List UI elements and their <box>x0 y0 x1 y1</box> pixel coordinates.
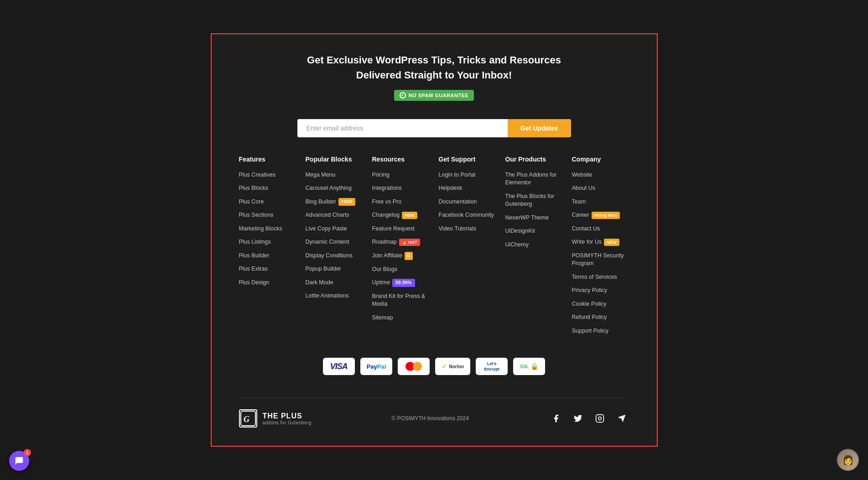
plus-sections-link[interactable]: Plus Sections <box>239 211 274 219</box>
hiring-badge: Hiring Now <box>592 212 620 219</box>
list-item: About Us <box>572 183 629 193</box>
col-heading-company: Company <box>572 156 629 163</box>
terms-link[interactable]: Terms of Services <box>572 273 617 282</box>
mastercard-badge <box>398 358 430 375</box>
live-copy-paste-link[interactable]: Live Copy Paste <box>306 225 347 233</box>
mega-menu-link[interactable]: Mega Menu <box>306 171 336 179</box>
free-badge: FREE <box>338 198 355 206</box>
helpdesk-link[interactable]: Helpdesk <box>439 184 463 193</box>
sitemap-link[interactable]: Sitemap <box>372 314 393 322</box>
list-item: Display Conditions <box>306 251 363 260</box>
list-item: Pricing <box>372 170 430 179</box>
free-vs-pro-link[interactable]: Free vs Pro <box>372 198 402 206</box>
our-blogs-link[interactable]: Our Blogs <box>372 266 398 274</box>
marketing-blocks-link[interactable]: Marketing Blocks <box>239 225 282 233</box>
lottie-animations-link[interactable]: Lottie Animations <box>306 292 349 300</box>
svg-rect-2 <box>596 415 604 423</box>
list-item: Carousel Anything <box>306 183 363 193</box>
plus-creatives-link[interactable]: Plus Creatives <box>239 171 276 179</box>
brand-kit-link[interactable]: Brand Kit for Press & Media <box>372 292 430 308</box>
about-us-link[interactable]: About Us <box>572 184 595 193</box>
contact-us-link[interactable]: Contact Us <box>572 225 600 233</box>
team-link[interactable]: Team <box>572 198 586 206</box>
email-input[interactable] <box>297 119 508 137</box>
list-item: Roadmap 🔥 HOT <box>372 237 430 246</box>
payment-section: VISA PayPal ✓ Norton Let's Encrypt SSL 🔒 <box>239 358 629 375</box>
list-item: Popup Builder <box>306 264 363 273</box>
privacy-policy-link[interactable]: Privacy Policy <box>572 287 608 295</box>
carousel-anything-link[interactable]: Carousel Anything <box>306 184 352 193</box>
career-link[interactable]: Career Hiring Now <box>572 211 620 219</box>
list-item: Login to Portal <box>439 170 496 179</box>
list-item: Dynamic Content <box>306 237 363 246</box>
plus-blocks-gutenberg-link[interactable]: The Plus Blocks for Gutenberg <box>505 193 563 209</box>
list-item: Changelog NEW <box>372 210 430 219</box>
get-support-list: Login to Portal Helpdesk Documentation F… <box>439 170 496 233</box>
brand-text: THE PLUS addons for Gutenberg <box>263 412 312 426</box>
uptime-badge: 99.99% <box>392 279 415 287</box>
uptime-link[interactable]: Uptime 99.99% <box>372 279 415 287</box>
nexerwp-theme-link[interactable]: NexerWP Theme <box>505 214 549 222</box>
documentation-link[interactable]: Documentation <box>439 198 477 206</box>
plus-core-link[interactable]: Plus Core <box>239 198 264 206</box>
outer-wrapper: Get Exclusive WordPress Tips, Tricks and… <box>0 0 868 480</box>
ssl-badge: SSL 🔒 <box>513 358 545 375</box>
get-updates-button[interactable]: Get Updates <box>508 119 571 137</box>
posimyth-security-link[interactable]: POSIMYTH Security Program <box>572 252 629 268</box>
list-item: Live Copy Paste <box>306 224 363 233</box>
uichemy-link[interactable]: UiChemy <box>505 241 529 249</box>
chat-widget[interactable]: 1 <box>9 451 29 471</box>
plus-blocks-link[interactable]: Plus Blocks <box>239 184 269 193</box>
plus-listings-link[interactable]: Plus Listings <box>239 238 271 246</box>
list-item: Join Affiliate G <box>372 251 430 260</box>
footer-bottom: G THE PLUS addons for Gutenberg © POSIMY… <box>239 398 629 428</box>
support-policy-link[interactable]: Support Policy <box>572 327 609 335</box>
plus-addons-elementor-link[interactable]: The Plus Addons for Elementor <box>505 171 563 187</box>
col-heading-features: Features <box>239 156 296 163</box>
list-item: Plus Extras <box>239 264 296 273</box>
popup-builder-link[interactable]: Popup Builder <box>306 265 342 273</box>
popular-blocks-list: Mega Menu Carousel Anything Blog Builder… <box>306 170 363 300</box>
pricing-link[interactable]: Pricing <box>372 171 390 179</box>
social-links <box>549 411 629 426</box>
list-item: Free vs Pro <box>372 197 430 206</box>
changelog-link[interactable]: Changelog NEW <box>372 211 417 219</box>
list-item: Refund Policy <box>572 313 629 322</box>
features-list: Plus Creatives Plus Blocks Plus Core Plu… <box>239 170 296 287</box>
plus-extras-link[interactable]: Plus Extras <box>239 265 268 273</box>
roadmap-link[interactable]: Roadmap 🔥 HOT <box>372 238 420 246</box>
integrations-link[interactable]: Integrations <box>372 184 402 193</box>
company-list: Website About Us Team Career Hiring Now … <box>572 170 629 335</box>
list-item: Uptime 99.99% <box>372 278 430 287</box>
video-tutorials-link[interactable]: Video Tutorials <box>439 225 476 233</box>
cookie-policy-link[interactable]: Cookie Policy <box>572 300 607 308</box>
blog-builder-link[interactable]: Blog Builder FREE <box>306 198 356 206</box>
advanced-charts-link[interactable]: Advanced Charts <box>306 211 349 219</box>
instagram-icon[interactable] <box>593 411 607 426</box>
dark-mode-link[interactable]: Dark Mode <box>306 279 333 287</box>
refund-policy-link[interactable]: Refund Policy <box>572 313 607 322</box>
paypal-badge: PayPal <box>360 358 393 375</box>
write-for-us-link[interactable]: Write for Us NEW <box>572 238 620 246</box>
uidesignkit-link[interactable]: UiDesignKit <box>505 227 535 235</box>
twitter-icon[interactable] <box>571 411 585 426</box>
list-item: Video Tutorials <box>439 224 496 233</box>
facebook-icon[interactable] <box>549 411 563 426</box>
list-item: Plus Creatives <box>239 170 296 179</box>
website-link[interactable]: Website <box>572 171 593 179</box>
plus-builder-link[interactable]: Plus Builder <box>239 252 270 260</box>
login-portal-link[interactable]: Login to Portal <box>439 171 476 179</box>
email-form: Get Updates <box>297 119 571 137</box>
user-avatar[interactable]: 👩 <box>837 449 859 471</box>
feature-request-link[interactable]: Feature Request <box>372 225 415 233</box>
list-item: Plus Builder <box>239 251 296 260</box>
facebook-community-link[interactable]: Facebook Community <box>439 211 494 219</box>
plus-design-link[interactable]: Plus Design <box>239 279 270 287</box>
telegram-icon[interactable] <box>614 411 629 426</box>
dynamic-content-link[interactable]: Dynamic Content <box>306 238 349 246</box>
list-item: Advanced Charts <box>306 210 363 219</box>
join-affiliate-link[interactable]: Join Affiliate G <box>372 252 413 260</box>
hot-badge-roadmap: 🔥 HOT <box>399 239 420 246</box>
list-item: Sitemap <box>372 313 430 322</box>
display-conditions-link[interactable]: Display Conditions <box>306 252 353 260</box>
